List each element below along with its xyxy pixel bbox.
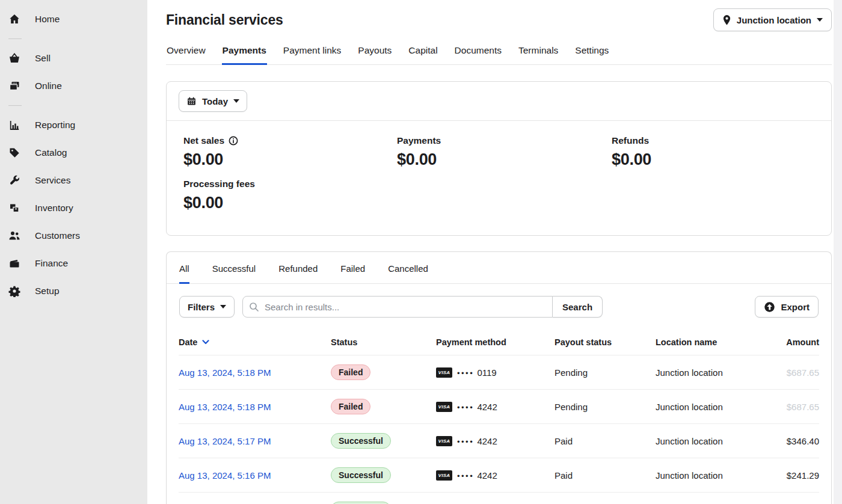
search-button[interactable]: Search — [553, 296, 603, 318]
status-filter-tab[interactable]: Cancelled — [388, 263, 428, 284]
column-header[interactable]: Amount — [762, 337, 819, 347]
visa-card-icon: VISA — [436, 367, 452, 378]
payout-status: Paid — [555, 436, 656, 446]
payment-date-link[interactable]: Aug 13, 2024, 5:18 PM — [179, 367, 271, 378]
sidebar-item[interactable]: Reporting — [0, 111, 147, 139]
location-name: Junction location — [656, 436, 762, 446]
stat-value: $0.00 — [183, 194, 397, 212]
sort-desc-icon[interactable] — [202, 340, 209, 345]
payment-date-link[interactable]: Aug 13, 2024, 5:17 PM — [179, 436, 271, 446]
sidebar-item-label: Setup — [35, 286, 60, 297]
inventory-icon — [8, 202, 20, 214]
nav-tab[interactable]: Payment links — [283, 41, 342, 65]
table-row: Aug 13, 2024, 5:18 PM Failed VISA •••• 0… — [179, 355, 819, 390]
customers-icon — [8, 230, 20, 242]
online-icon — [8, 80, 20, 92]
chevron-down-icon — [817, 18, 823, 22]
column-header[interactable]: Payout status — [555, 337, 656, 347]
column-header[interactable]: Date — [179, 337, 331, 347]
payments-card: All Successful Refunded Failed Cancelled… — [166, 251, 832, 504]
payment-date-link[interactable]: Aug 13, 2024, 5:16 PM — [179, 470, 271, 481]
sidebar-item[interactable]: Sell — [0, 45, 147, 72]
info-icon[interactable] — [229, 136, 238, 146]
column-header[interactable]: Status — [331, 337, 436, 347]
payout-status: Pending — [555, 402, 656, 412]
page-title: Financial services — [166, 12, 283, 28]
export-button-label: Export — [781, 302, 810, 312]
chevron-down-icon — [233, 99, 239, 103]
summary-stat: Payments $0.00 — [397, 135, 612, 169]
tag-icon — [8, 147, 20, 159]
nav-tab[interactable]: Overview — [166, 41, 206, 65]
section-tabs: Overview Payments Payment links Payouts … — [166, 41, 832, 65]
nav-tab[interactable]: Settings — [574, 41, 609, 65]
amount: $687.65 — [787, 402, 819, 412]
status-filter-tab[interactable]: All — [179, 263, 189, 284]
sidebar-item-label: Customers — [35, 230, 80, 241]
sidebar-item-label: Finance — [35, 258, 68, 269]
stat-label: Net sales — [183, 135, 224, 146]
filters-button[interactable]: Filters — [179, 296, 235, 318]
sidebar-item[interactable]: Customers — [0, 222, 147, 250]
sidebar-item-label: Inventory — [35, 203, 73, 214]
sidebar-divider — [8, 38, 22, 39]
nav-tab[interactable]: Payouts — [357, 41, 392, 65]
card-number: •••• 0119 — [457, 367, 497, 378]
chevron-down-icon — [220, 305, 226, 309]
basket-icon — [8, 52, 20, 64]
status-badge: Successful — [331, 433, 391, 449]
status-filter-tab[interactable]: Failed — [340, 263, 365, 284]
stat-value: $0.00 — [183, 150, 397, 169]
export-button[interactable]: Export — [755, 296, 819, 318]
sidebar-item-label: Services — [35, 175, 70, 186]
nav-tab[interactable]: Documents — [454, 41, 502, 65]
summary-card: Today Net sales $0.00 Payments $0.00 Ref… — [166, 81, 832, 236]
search-input[interactable] — [242, 296, 553, 318]
location-name: Junction location — [656, 402, 762, 412]
table-row: Aug 13, 2024, 5:18 PM Failed VISA •••• 4… — [179, 390, 819, 424]
column-header[interactable]: Payment method — [436, 337, 555, 347]
nav-tab[interactable]: Capital — [408, 41, 438, 65]
sidebar-item[interactable]: Setup — [0, 277, 147, 305]
sidebar-item-label: Online — [35, 81, 62, 91]
location-selector-label: Junction location — [737, 15, 811, 25]
payout-status: Paid — [555, 470, 656, 481]
scrollbar-track[interactable] — [834, 0, 842, 504]
search-icon — [249, 302, 259, 312]
status-filter-tab[interactable]: Successful — [212, 263, 256, 284]
card-number: •••• 4242 — [457, 470, 497, 481]
table-body: Aug 13, 2024, 5:18 PM Failed VISA •••• 0… — [179, 355, 819, 504]
date-range-button[interactable]: Today — [179, 90, 247, 112]
sidebar-item[interactable]: Home — [0, 5, 147, 33]
gear-icon — [8, 285, 20, 297]
sidebar-item[interactable]: Online — [0, 72, 147, 100]
location-name: Junction location — [656, 367, 762, 378]
nav-tab[interactable]: Terminals — [518, 41, 559, 65]
sidebar-item[interactable]: Inventory — [0, 194, 147, 222]
bar-chart-icon — [8, 119, 20, 131]
status-badge: Failed — [331, 364, 370, 380]
visa-card-icon: VISA — [436, 436, 452, 446]
summary-stat: Processing fees $0.00 — [183, 179, 397, 212]
sidebar-item[interactable]: Services — [0, 167, 147, 194]
sidebar-item-label: Reporting — [35, 120, 75, 131]
summary-stat: Net sales $0.00 — [183, 135, 397, 169]
wrench-icon — [8, 174, 20, 186]
nav-tab[interactable]: Payments — [222, 41, 267, 65]
map-pin-icon — [722, 14, 731, 25]
status-filter-tab[interactable]: Refunded — [278, 263, 318, 284]
sidebar-item-label: Sell — [35, 53, 51, 64]
sidebar-item[interactable]: Catalog — [0, 139, 147, 167]
stat-label: Payments — [397, 135, 441, 146]
table-header: Date Status Payment method Payout status… — [179, 328, 819, 355]
amount: $687.65 — [787, 367, 819, 378]
location-selector-button[interactable]: Junction location — [713, 8, 832, 31]
sidebar-divider — [8, 105, 22, 106]
column-header[interactable]: Location name — [656, 337, 762, 347]
sidebar-item[interactable]: Finance — [0, 250, 147, 277]
sidebar-item-label: Catalog — [35, 147, 67, 158]
app-window: Home Sell Online Reporting Catalog Servi… — [0, 0, 842, 504]
payment-date-link[interactable]: Aug 13, 2024, 5:18 PM — [179, 402, 271, 412]
status-badge: Failed — [331, 399, 370, 414]
calendar-icon — [186, 96, 197, 106]
